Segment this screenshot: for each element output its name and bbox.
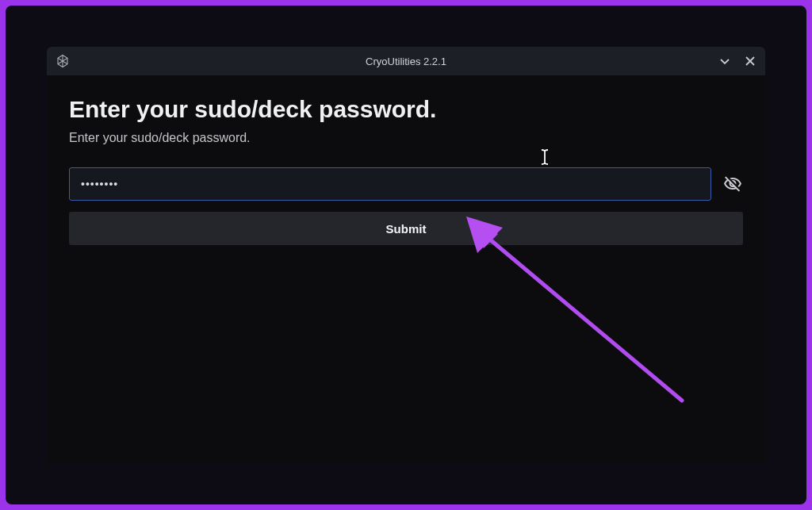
minimize-button[interactable] <box>718 54 732 68</box>
dialog-heading: Enter your sudo/deck password. <box>69 96 743 123</box>
app-window: CryoUtilities 2.2.1 Enter your sudo/deck… <box>47 47 765 463</box>
desktop-background: CryoUtilities 2.2.1 Enter your sudo/deck… <box>6 6 806 504</box>
eye-slash-icon <box>723 174 742 194</box>
window-controls <box>718 54 757 68</box>
password-row <box>69 167 743 201</box>
dialog-content: Enter your sudo/deck password. Enter you… <box>47 75 765 463</box>
app-icon <box>55 53 71 69</box>
close-button[interactable] <box>743 54 757 68</box>
window-titlebar: CryoUtilities 2.2.1 <box>47 47 765 75</box>
dialog-subheading: Enter your sudo/deck password. <box>69 131 743 145</box>
password-input[interactable] <box>69 167 711 201</box>
submit-button[interactable]: Submit <box>69 212 743 245</box>
toggle-password-visibility-button[interactable] <box>722 174 743 194</box>
window-title: CryoUtilities 2.2.1 <box>366 56 446 67</box>
